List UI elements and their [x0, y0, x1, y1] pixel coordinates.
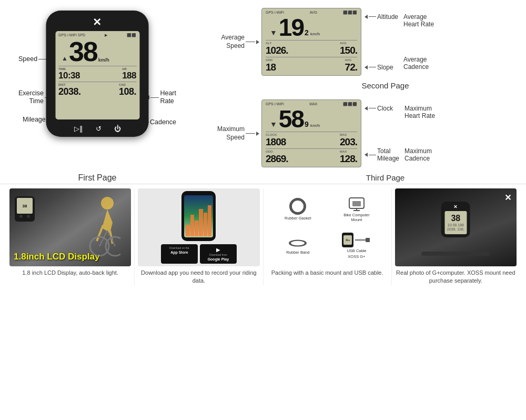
mounted-device: ✕ 38 10:38 188 2038. 108. — [441, 202, 470, 237]
p2-tri: ▼ — [270, 28, 277, 37]
cad-cell: CAD 108. — [119, 83, 136, 97]
heart-rate-label: Heart Rate — [160, 89, 176, 105]
svg-rect-8 — [352, 201, 361, 206]
time-cell: TIME 10:38 — [58, 67, 80, 81]
usb-item: G+ USB Cable XOSS G+ — [328, 228, 385, 263]
phone-screen — [184, 195, 213, 237]
p3-mileage-text: Mileage — [377, 155, 399, 162]
p3-total-mil-hline — [369, 155, 376, 155]
speed-display-row: ▲ 38 km/h — [58, 38, 136, 65]
page3-container: Maximum Speed GPS⊹WiFi MAX ⬛⬛⬛ ▼ 58 9 km… — [200, 99, 518, 167]
p2-avg-cad-ann-text: Average — [403, 56, 434, 63]
xoss-g-plus-label: XOSS G+ — [348, 254, 365, 259]
p3-main-speed: 58 — [279, 107, 304, 131]
power-button[interactable]: ⏻ — [114, 125, 121, 133]
p3-max-cad-ann: Maximum Cadence — [404, 147, 435, 163]
cyclist-silhouette — [78, 194, 120, 252]
p3-clock-cell: CLOCK 1808 — [266, 133, 286, 148]
speed-unit-col: km/h — [98, 57, 109, 63]
lcd-caption: 1.8 inch LCD Display, auto-back light. — [9, 269, 131, 277]
device-annotation-area: Speed Exercise Time Mileage — [18, 8, 176, 171]
device-logo: ✕ — [93, 16, 103, 28]
p2-slope-ann: Slope — [365, 64, 398, 71]
p3-clock-ann: Clock — [365, 105, 399, 112]
p2-slope-arrow — [365, 65, 368, 69]
p3-max-hr-val: 203. — [340, 136, 357, 148]
app-caption: Download app you need to record your rid… — [138, 269, 259, 285]
bottom-item-app: Download on the App Store ▶ Download fro… — [135, 188, 263, 285]
phone-mockup — [181, 191, 216, 241]
p2-grd-cell: GRD 18 — [266, 58, 276, 73]
hr-cell: HR 188 — [122, 67, 136, 81]
p2-right-labels: Altitude Slope — [362, 13, 398, 71]
p3-battery: ⬛⬛⬛ — [343, 102, 357, 106]
google-play-button[interactable]: ▶ Download from Google Play — [200, 244, 237, 264]
p2-avg-hr-ann-text: Average — [403, 13, 434, 21]
mount-item: Bike ComputerMount — [328, 192, 385, 226]
p2-altitude-label: Altitude — [377, 13, 398, 21]
p2-far-right: Average Heart Rate Average Cadence — [399, 13, 434, 71]
device-diagram: Speed Exercise Time Mileage — [8, 5, 187, 183]
real-photo-caption: Real photo of G+computer. XOSS mount nee… — [395, 269, 517, 285]
accessories-image: Rubber Gasket Bike ComputerMount — [267, 188, 388, 266]
cad-value: 108. — [119, 86, 136, 97]
xoss-logo-overlay: ✕ — [504, 193, 511, 203]
page2-screen: GPS⊹WiFi AVG ⬛⬛⬛ ▼ 19 2 km/h ALT — [261, 8, 361, 76]
pages-column: Average Speed GPS⊹WiFi AVG ⬛⬛⬛ ▼ 19 2 km… — [187, 5, 518, 183]
p2-avg-hr-cell: AVG 150. — [340, 42, 357, 56]
svg-line-1 — [97, 225, 103, 241]
speed-label: Speed — [18, 55, 37, 63]
p3-max-label: MAX — [309, 102, 317, 106]
p2-avg-cad-val: 72. — [345, 62, 357, 73]
max-speed-label: Maximum Speed — [200, 125, 245, 142]
usb-cable-icon — [355, 235, 371, 245]
p3-divider2 — [266, 148, 357, 149]
reset-button[interactable]: ↺ — [96, 125, 102, 133]
p2-main-speed: 19 — [279, 15, 304, 39]
p3-total-mil-arrow — [365, 153, 368, 157]
page-root: Speed Exercise Time Mileage — [0, 0, 526, 420]
device-body: ✕ GPS⊹WiFi SPD ▶ ⬛⬛ ▲ — [46, 11, 149, 137]
mini-screen: 38 — [17, 198, 33, 214]
bottom-item-accessories: Rubber Gasket Bike ComputerMount — [264, 188, 392, 285]
screen-row3: DIST 2038. CAD 108. — [58, 82, 136, 97]
exercise-time-label: Exercise Time — [18, 89, 44, 105]
p2-alt-val: 1026. — [266, 45, 288, 56]
p3-max-hr-cell: MAX 203. — [340, 133, 357, 148]
p2-slope-hline — [369, 67, 376, 67]
rubber-gasket-item: Rubber Gasket — [270, 192, 327, 226]
avg-speed-line — [246, 42, 255, 42]
bottom-section: 38 — [0, 184, 526, 289]
avg-speed-label: Average Speed — [200, 34, 245, 50]
p3-clock-val: 1808 — [266, 136, 286, 148]
p3-tri: ▼ — [270, 120, 277, 128]
p3-main-row: ▼ 58 9 km/h — [266, 107, 357, 131]
speed-triangle: ▲ — [62, 55, 68, 62]
speed-unit: km/h — [98, 57, 109, 63]
app-store-button[interactable]: Download on the App Store — [161, 244, 198, 264]
p3-row3: ODO 2869. MAX 128. — [266, 150, 357, 165]
p3-clock-label: Clock — [377, 105, 393, 112]
p2-avg-label: AVG — [310, 11, 317, 15]
gasket-icon — [289, 198, 306, 215]
band-label: Rubber Band — [286, 250, 309, 255]
p3-odo-val: 2869. — [266, 153, 288, 165]
real-photo-image: ✕ 38 10:38 188 2038. 108. ✕ — [395, 188, 517, 266]
google-play-name: Google Play — [203, 257, 234, 262]
play-pause-button[interactable]: ▷‖ — [74, 125, 83, 133]
avg-speed-arrow — [256, 40, 259, 44]
p2-avg-cad-cell: AVG 72. — [345, 58, 357, 73]
bike-rider-overlay: 38 — [9, 188, 131, 266]
mileage-label: Mileage — [23, 116, 46, 123]
p3-kmh: km/h — [310, 123, 320, 128]
band-icon — [289, 239, 307, 246]
p3-max-hr-ann-text2: Heart Rate — [404, 112, 435, 119]
annotation-heart-rate: Heart Rate — [146, 89, 176, 105]
screen-row2: TIME 10:38 HR 188 — [58, 66, 136, 81]
page2-container: Average Speed GPS⊹WiFi AVG ⬛⬛⬛ ▼ 19 2 km… — [200, 8, 518, 76]
p2-avg-hr-val: 150. — [340, 45, 357, 56]
lcd-image: 38 — [9, 188, 131, 266]
p3-max-cad-ann-text2: Cadence — [404, 155, 435, 162]
mount-label: Bike ComputerMount — [343, 213, 370, 222]
p3-max-cad-cell: MAX 128. — [340, 150, 357, 165]
